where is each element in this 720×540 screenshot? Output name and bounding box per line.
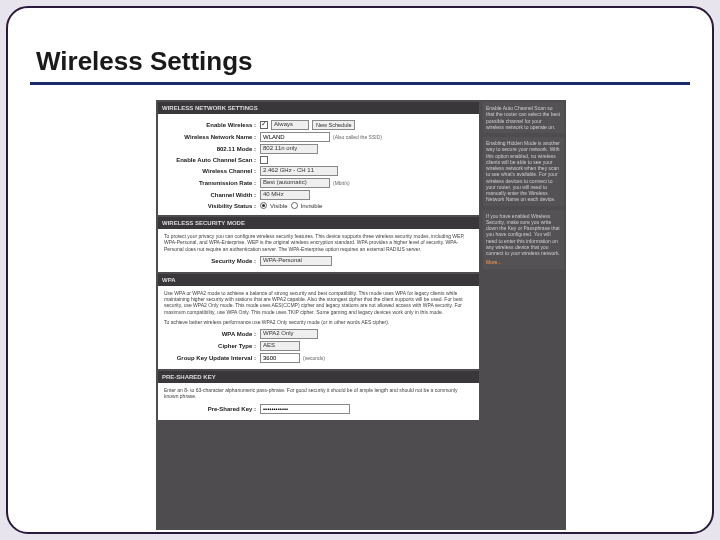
hint-seconds: (seconds) (303, 355, 325, 361)
label-network-name: Wireless Network Name : (164, 134, 260, 140)
sidebar: Enable Auto Channel Scan so that the rou… (481, 100, 566, 530)
select-transmission-rate[interactable]: Best (automatic) (260, 178, 330, 188)
row-visibility-status: Visibility Status : Visible Invisible (164, 202, 473, 209)
panel-body-psk: Enter an 8- to 63-character alphanumeric… (158, 383, 479, 420)
panel-security-mode: WIRELESS SECURITY MODE To protect your p… (158, 217, 479, 272)
select-channel-width[interactable]: 40 MHz (260, 190, 310, 200)
label-visibility-status: Visibility Status : (164, 203, 260, 209)
row-security-mode: Security Mode : WPA-Personal (164, 256, 473, 266)
select-wpa-mode[interactable]: WPA2 Only (260, 329, 318, 339)
select-security-mode[interactable]: WPA-Personal (260, 256, 332, 266)
main-column: WIRELESS NETWORK SETTINGS Enable Wireles… (156, 100, 481, 530)
row-enable-wireless: Enable Wireless : Always New Schedule (164, 120, 473, 130)
input-psk[interactable] (260, 404, 350, 414)
panel-header-network: WIRELESS NETWORK SETTINGS (158, 102, 479, 114)
label-psk: Pre-Shared Key : (164, 406, 260, 412)
checkbox-auto-channel-scan[interactable] (260, 156, 268, 164)
hint-mbits: (Mbit/s) (333, 180, 350, 186)
radio-invisible-label: Invisible (301, 203, 323, 209)
sidebar-hint-1: Enable Auto Channel Scan so that the rou… (483, 102, 564, 133)
panel-body-network: Enable Wireless : Always New Schedule Wi… (158, 114, 479, 215)
row-80211-mode: 802.11 Mode : 802.11n only (164, 144, 473, 154)
panel-body-security: To protect your privacy you can configur… (158, 229, 479, 272)
row-network-name: Wireless Network Name : (Also called the… (164, 132, 473, 142)
checkbox-enable-wireless[interactable] (260, 121, 268, 129)
security-desc: To protect your privacy you can configur… (164, 233, 473, 252)
label-80211-mode: 802.11 Mode : (164, 146, 260, 152)
hint-ssid: (Also called the SSID) (333, 134, 382, 140)
input-network-name[interactable] (260, 132, 330, 142)
sidebar-more-link[interactable]: More... (486, 259, 561, 265)
radio-invisible[interactable] (291, 202, 298, 209)
row-wireless-channel: Wireless Channel : 2.462 GHz - CH 11 (164, 166, 473, 176)
sidebar-hint-3: If you have enabled Wireless Security, m… (483, 210, 564, 269)
input-group-key-interval[interactable] (260, 353, 300, 363)
panel-header-psk: PRE-SHARED KEY (158, 371, 479, 383)
new-schedule-button[interactable]: New Schedule (312, 120, 355, 130)
row-auto-channel-scan: Enable Auto Channel Scan : (164, 156, 473, 164)
radio-visible-label: Visible (270, 203, 288, 209)
label-cipher-type: Cipher Type : (164, 343, 260, 349)
sidebar-hint-2: Enabling Hidden Mode is another way to s… (483, 137, 564, 206)
panel-header-security: WIRELESS SECURITY MODE (158, 217, 479, 229)
label-wireless-channel: Wireless Channel : (164, 168, 260, 174)
label-wpa-mode: WPA Mode : (164, 331, 260, 337)
label-enable-wireless: Enable Wireless : (164, 122, 260, 128)
select-wireless-channel[interactable]: 2.462 GHz - CH 11 (260, 166, 338, 176)
panel-network-settings: WIRELESS NETWORK SETTINGS Enable Wireles… (158, 102, 479, 215)
select-enable-schedule[interactable]: Always (271, 120, 309, 130)
select-80211-mode[interactable]: 802.11n only (260, 144, 318, 154)
row-psk: Pre-Shared Key : (164, 404, 473, 414)
row-wpa-mode: WPA Mode : WPA2 Only (164, 329, 473, 339)
panel-header-wpa: WPA (158, 274, 479, 286)
label-security-mode: Security Mode : (164, 258, 260, 264)
router-config-screenshot: WIRELESS NETWORK SETTINGS Enable Wireles… (156, 100, 566, 530)
row-channel-width: Channel Width : 40 MHz (164, 190, 473, 200)
label-group-key-interval: Group Key Update Interval : (164, 355, 260, 361)
panel-wpa: WPA Use WPA or WPA2 mode to achieve a ba… (158, 274, 479, 369)
panel-body-wpa: Use WPA or WPA2 mode to achieve a balanc… (158, 286, 479, 369)
label-transmission-rate: Transmission Rate : (164, 180, 260, 186)
panel-psk: PRE-SHARED KEY Enter an 8- to 63-charact… (158, 371, 479, 420)
radio-visible[interactable] (260, 202, 267, 209)
row-group-key-interval: Group Key Update Interval : (seconds) (164, 353, 473, 363)
select-cipher-type[interactable]: AES (260, 341, 300, 351)
wpa-desc: Use WPA or WPA2 mode to achieve a balanc… (164, 290, 473, 315)
sidebar-hint-3-text: If you have enabled Wireless Security, m… (486, 213, 560, 257)
label-channel-width: Channel Width : (164, 192, 260, 198)
page-title: Wireless Settings (36, 46, 253, 77)
slide-frame: Wireless Settings WIRELESS NETWORK SETTI… (6, 6, 714, 534)
psk-desc: Enter an 8- to 63-character alphanumeric… (164, 387, 473, 400)
wpa-desc2: To achieve better wireless performance u… (164, 319, 473, 325)
row-transmission-rate: Transmission Rate : Best (automatic) (Mb… (164, 178, 473, 188)
row-cipher-type: Cipher Type : AES (164, 341, 473, 351)
title-underline (30, 82, 690, 85)
label-auto-channel-scan: Enable Auto Channel Scan : (164, 157, 260, 163)
